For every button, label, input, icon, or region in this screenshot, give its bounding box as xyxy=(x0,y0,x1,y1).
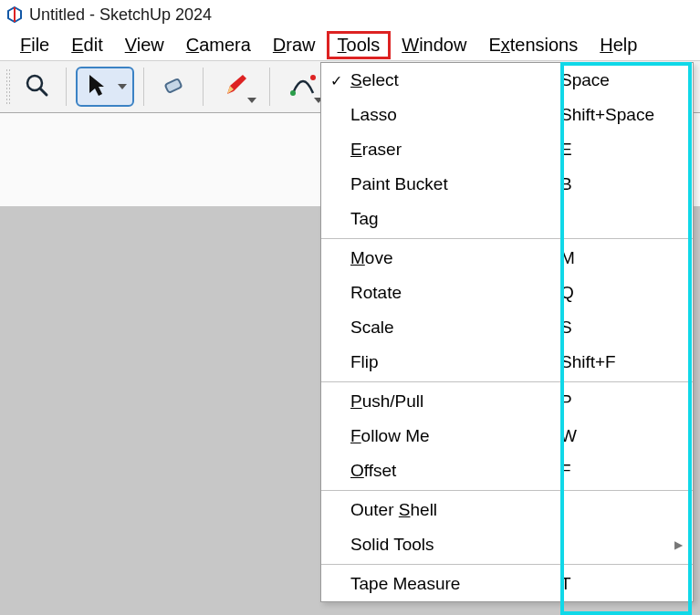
menu-item-tape-measure[interactable]: Tape MeasureT xyxy=(321,567,693,601)
svg-rect-5 xyxy=(165,78,183,93)
checkmark-icon: ✓ xyxy=(321,72,350,89)
toolbar-separator xyxy=(66,68,67,106)
menu-item-label: Scale xyxy=(350,318,560,338)
svg-marker-4 xyxy=(89,75,104,96)
menubar: File Edit View Camera Draw Tools Window … xyxy=(0,29,700,60)
pencil-tool-button[interactable] xyxy=(213,67,260,107)
menu-extensions[interactable]: Extensions xyxy=(477,31,589,59)
menu-draw[interactable]: Draw xyxy=(262,31,327,59)
menu-tools[interactable]: Tools xyxy=(327,31,392,59)
menu-item-select[interactable]: ✓SelectSpace xyxy=(321,63,693,98)
cursor-icon xyxy=(87,73,107,100)
menu-separator xyxy=(321,381,693,382)
app-logo-icon xyxy=(5,5,24,24)
menu-item-solid-tools[interactable]: Solid Tools▶ xyxy=(321,527,693,562)
menu-item-rotate[interactable]: RotateQ xyxy=(321,276,693,310)
menu-item-shortcut: M xyxy=(560,248,674,268)
menu-separator xyxy=(321,564,693,565)
menu-item-label: Outer Shell xyxy=(350,500,560,520)
menu-item-label: Flip xyxy=(350,352,560,372)
eraser-icon xyxy=(161,72,186,101)
svg-point-8 xyxy=(290,90,296,96)
menu-help[interactable]: Help xyxy=(589,31,648,59)
tools-dropdown: ✓SelectSpaceLassoShift+SpaceEraserEPaint… xyxy=(320,62,694,602)
menu-file[interactable]: File xyxy=(9,31,60,59)
menu-item-shortcut: B xyxy=(560,174,674,194)
titlebar: Untitled - SketchUp 2024 xyxy=(0,0,700,29)
menu-item-shortcut: P xyxy=(560,391,674,412)
menu-item-label: Lasso xyxy=(350,105,560,125)
svg-line-3 xyxy=(40,89,47,95)
menu-separator xyxy=(321,490,693,491)
menu-window[interactable]: Window xyxy=(391,31,477,59)
menu-item-label: Paint Bucket xyxy=(350,174,560,194)
menu-item-shortcut: F xyxy=(560,461,674,481)
menu-item-push-pull[interactable]: Push/PullP xyxy=(321,384,693,419)
menu-item-shortcut: Space xyxy=(560,70,674,90)
toolbar-separator xyxy=(143,68,144,106)
menu-item-label: Move xyxy=(350,248,560,268)
menu-item-label: Follow Me xyxy=(350,426,560,446)
menu-item-scale[interactable]: ScaleS xyxy=(321,310,693,345)
arc-icon xyxy=(289,73,317,100)
pencil-icon xyxy=(225,73,248,100)
menu-item-label: Rotate xyxy=(350,283,560,303)
menu-item-shortcut: Shift+F xyxy=(560,352,674,372)
submenu-arrow-icon: ▶ xyxy=(674,538,693,551)
menu-item-outer-shell[interactable]: Outer Shell xyxy=(321,493,693,527)
menu-item-label: Eraser xyxy=(350,140,560,160)
menu-item-eraser[interactable]: EraserE xyxy=(321,132,693,167)
menu-item-tag[interactable]: Tag xyxy=(321,202,693,236)
dropdown-chevron-icon xyxy=(247,98,256,103)
svg-point-9 xyxy=(310,75,316,80)
menu-item-lasso[interactable]: LassoShift+Space xyxy=(321,98,693,132)
menu-item-paint-bucket[interactable]: Paint BucketB xyxy=(321,167,693,202)
menu-item-label: Push/Pull xyxy=(350,391,560,412)
eraser-tool-button[interactable] xyxy=(153,67,193,107)
menu-item-label: Select xyxy=(350,70,560,90)
menu-separator xyxy=(321,238,693,239)
magnifier-icon xyxy=(24,72,49,101)
menu-item-label: Solid Tools xyxy=(350,535,560,555)
menu-edit[interactable]: Edit xyxy=(60,31,113,59)
menu-item-label: Tag xyxy=(350,209,560,229)
toolbar-separator xyxy=(269,68,270,106)
menu-camera[interactable]: Camera xyxy=(175,31,262,59)
menu-item-shortcut: Q xyxy=(560,283,674,303)
menu-item-shortcut: S xyxy=(560,318,674,338)
toolbar-grip[interactable] xyxy=(5,68,11,105)
menu-item-shortcut: E xyxy=(560,140,674,160)
menu-item-shortcut: W xyxy=(560,426,674,446)
menu-item-move[interactable]: MoveM xyxy=(321,241,693,276)
window-title: Untitled - SketchUp 2024 xyxy=(29,5,212,25)
menu-item-shortcut: Shift+Space xyxy=(560,105,674,125)
menu-view[interactable]: View xyxy=(114,31,175,59)
zoom-tool-button[interactable] xyxy=(16,67,57,107)
menu-item-label: Offset xyxy=(350,461,560,481)
toolbar-separator xyxy=(203,68,204,106)
select-tool-button[interactable] xyxy=(76,67,134,107)
menu-item-follow-me[interactable]: Follow MeW xyxy=(321,419,693,453)
menu-item-label: Tape Measure xyxy=(350,574,560,594)
menu-item-flip[interactable]: FlipShift+F xyxy=(321,345,693,380)
menu-item-shortcut: T xyxy=(560,574,674,594)
menu-item-offset[interactable]: OffsetF xyxy=(321,453,693,488)
